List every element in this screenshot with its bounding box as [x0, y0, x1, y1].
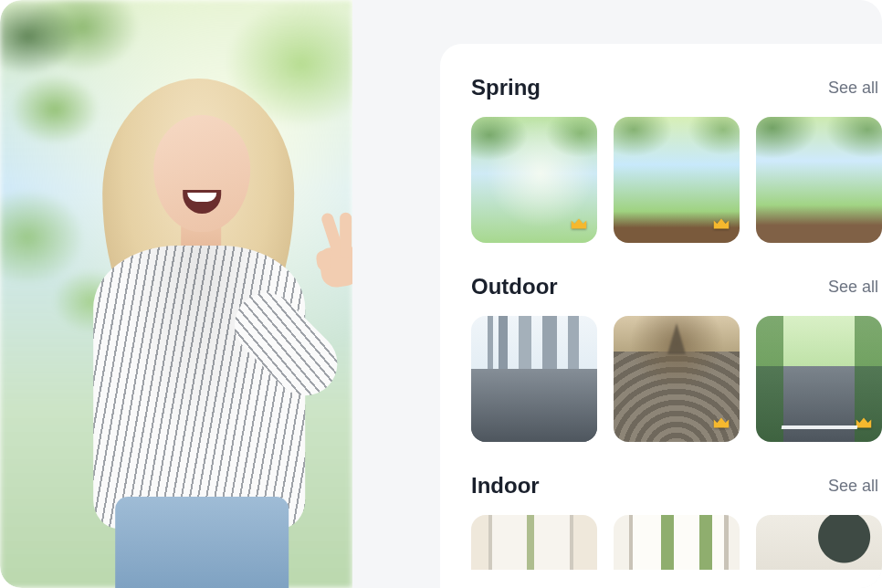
- bg-thumb-outdoor-3[interactable]: [756, 316, 882, 442]
- section-indoor: Indoor See all: [471, 473, 882, 570]
- section-title: Indoor: [471, 473, 540, 499]
- see-all-link[interactable]: See all: [828, 278, 878, 297]
- bg-thumb-indoor-2[interactable]: [614, 515, 740, 570]
- bg-thumb-outdoor-1[interactable]: [471, 316, 597, 442]
- crown-icon: [566, 212, 592, 237]
- crown-icon: [709, 411, 734, 436]
- crown-icon: [851, 411, 877, 436]
- bg-thumb-outdoor-2[interactable]: [614, 316, 740, 442]
- section-title: Spring: [471, 75, 541, 100]
- bg-thumb-indoor-3[interactable]: [756, 515, 882, 570]
- section-title: Outdoor: [471, 274, 558, 299]
- see-all-link[interactable]: See all: [828, 79, 878, 98]
- crown-icon: [566, 411, 592, 436]
- bg-thumb-spring-2[interactable]: [614, 117, 740, 243]
- section-outdoor: Outdoor See all: [471, 274, 882, 442]
- backgrounds-card: Spring See all Outdoor: [440, 44, 882, 588]
- bg-thumb-spring-1[interactable]: [471, 117, 597, 243]
- section-spring: Spring See all: [471, 75, 882, 243]
- crown-icon: [709, 212, 734, 237]
- backgrounds-panel: Spring See all Outdoor: [352, 0, 882, 588]
- subject-person: [46, 40, 352, 588]
- preview-panel: [0, 0, 352, 588]
- bg-thumb-indoor-1[interactable]: [471, 515, 597, 570]
- bg-thumb-spring-3[interactable]: [756, 117, 882, 243]
- see-all-link[interactable]: See all: [828, 477, 878, 496]
